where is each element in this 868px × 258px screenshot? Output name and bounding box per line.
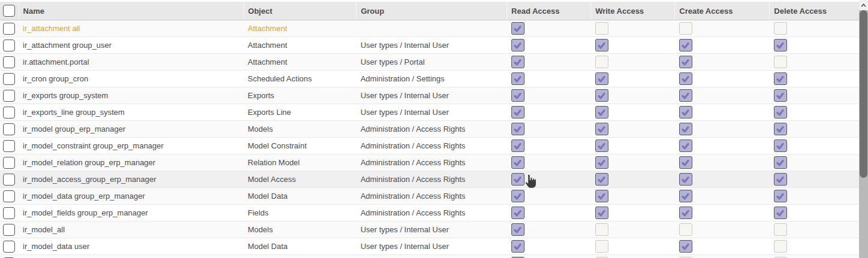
cell-group[interactable] bbox=[356, 20, 507, 37]
cell-group[interactable]: Administration / Access Rights bbox=[356, 154, 507, 171]
cell-name[interactable]: ir_model_relation group_erp_manager bbox=[19, 154, 243, 171]
cell-object[interactable]: Attachment bbox=[243, 54, 356, 71]
row-select-checkbox[interactable] bbox=[3, 73, 15, 85]
delete-access-checkbox-checked[interactable] bbox=[774, 139, 787, 152]
read-access-checkbox-checked[interactable] bbox=[511, 72, 525, 85]
read-access-checkbox-checked[interactable] bbox=[511, 156, 525, 169]
cell-group[interactable]: Administration / Settings bbox=[356, 71, 507, 87]
cell-object[interactable]: Scheduled Actions bbox=[243, 71, 356, 87]
cell-object[interactable]: Relation Model bbox=[243, 154, 356, 171]
read-access-checkbox-checked[interactable] bbox=[511, 207, 525, 219]
cell-group[interactable]: User types / Portal bbox=[356, 54, 507, 71]
cell-name[interactable]: ir_model_fields group_erp_manager bbox=[19, 205, 243, 221]
cell-object[interactable]: Fields bbox=[243, 255, 356, 258]
row-select-checkbox[interactable] bbox=[3, 224, 15, 236]
read-access-checkbox-checked[interactable] bbox=[511, 240, 525, 253]
delete-access-checkbox-checked[interactable] bbox=[774, 89, 787, 102]
cell-group[interactable]: User types / Internal User bbox=[356, 238, 507, 255]
cell-group[interactable]: User types / Internal User bbox=[356, 221, 507, 238]
read-access-checkbox-checked[interactable] bbox=[511, 123, 525, 135]
read-access-checkbox-checked[interactable] bbox=[511, 223, 525, 236]
table-row[interactable]: ir.attachment.portalAttachmentUser types… bbox=[0, 54, 859, 71]
create-access-checkbox-checked[interactable] bbox=[679, 173, 692, 186]
cell-object[interactable]: Model Data bbox=[243, 238, 356, 255]
row-select-checkbox[interactable] bbox=[3, 40, 15, 51]
cell-group[interactable]: Administration / Access Rights bbox=[356, 188, 507, 205]
cell-object[interactable]: Exports Line bbox=[243, 104, 356, 121]
write-access-checkbox-checked[interactable] bbox=[595, 89, 608, 102]
scrollbar-thumb[interactable] bbox=[860, 10, 867, 178]
column-header-name[interactable]: Name bbox=[19, 2, 243, 20]
write-access-checkbox-checked[interactable] bbox=[595, 156, 608, 169]
create-access-checkbox-checked[interactable] bbox=[679, 156, 692, 169]
cell-object[interactable]: Model Data bbox=[243, 188, 356, 205]
cell-group[interactable]: User types / Internal User bbox=[356, 37, 507, 54]
cell-name[interactable]: ir.attachment.portal bbox=[19, 54, 243, 71]
create-access-checkbox-checked[interactable] bbox=[679, 106, 692, 119]
cell-name[interactable]: ir_exports group_system bbox=[19, 87, 243, 104]
read-access-checkbox-checked[interactable] bbox=[511, 106, 525, 119]
create-access-checkbox-checked[interactable] bbox=[679, 207, 692, 219]
cell-group[interactable]: User types / Internal User bbox=[356, 87, 507, 104]
table-row[interactable]: ir_model_relation group_erp_managerRelat… bbox=[0, 154, 859, 171]
column-header-write-access[interactable]: Write Access bbox=[591, 2, 675, 20]
column-header-group[interactable]: Group bbox=[356, 2, 507, 20]
cell-name[interactable]: ir_cron group_cron bbox=[19, 71, 243, 87]
column-header-read-access[interactable]: Read Access bbox=[507, 2, 591, 20]
cell-name[interactable]: ir_attachment group_user bbox=[19, 37, 243, 54]
create-access-checkbox-checked[interactable] bbox=[679, 240, 692, 253]
read-access-checkbox-checked[interactable] bbox=[511, 22, 525, 35]
delete-access-checkbox-checked[interactable] bbox=[774, 39, 787, 51]
read-access-checkbox-checked[interactable] bbox=[511, 39, 525, 51]
cell-object[interactable]: Models bbox=[243, 121, 356, 138]
table-row[interactable]: ir_model_data userModel DataUser types /… bbox=[0, 238, 859, 255]
create-access-checkbox-checked[interactable] bbox=[679, 56, 692, 68]
create-access-checkbox-checked[interactable] bbox=[679, 139, 692, 152]
cell-name[interactable]: ir_model_access_group_erp_manager bbox=[19, 171, 243, 188]
create-access-checkbox-checked[interactable] bbox=[679, 39, 692, 51]
vertical-scrollbar[interactable] bbox=[859, 0, 868, 258]
read-access-checkbox-checked[interactable] bbox=[511, 56, 525, 68]
delete-access-checkbox-checked[interactable] bbox=[774, 207, 787, 219]
table-row[interactable]: ir_exports group_systemExportsUser types… bbox=[0, 87, 859, 104]
read-access-checkbox-checked[interactable] bbox=[511, 139, 525, 152]
read-access-checkbox-checked[interactable] bbox=[511, 173, 525, 186]
write-access-checkbox-checked[interactable] bbox=[595, 190, 608, 202]
delete-access-checkbox-checked[interactable] bbox=[774, 190, 787, 202]
read-access-checkbox-checked[interactable] bbox=[511, 89, 525, 102]
cell-group[interactable]: Administration / Access Rights bbox=[356, 138, 507, 154]
row-select-checkbox[interactable] bbox=[3, 123, 15, 135]
row-select-checkbox[interactable] bbox=[3, 241, 15, 253]
create-access-checkbox-checked[interactable] bbox=[679, 123, 692, 135]
scroll-up-button[interactable] bbox=[859, 0, 868, 10]
table-row[interactable]: ir_model_fields group_erp_managerFieldsA… bbox=[0, 205, 859, 221]
write-access-checkbox-checked[interactable] bbox=[595, 39, 608, 51]
table-row[interactable]: ir_model group_erp_managerModelsAdminist… bbox=[0, 121, 859, 138]
cell-name[interactable]: ir_model_constraint group_erp_manager bbox=[19, 138, 243, 154]
row-select-checkbox[interactable] bbox=[3, 157, 15, 169]
cell-name[interactable]: ir_model group_erp_manager bbox=[19, 121, 243, 138]
table-row[interactable]: ir_model_allModelsUser types / Internal … bbox=[0, 221, 859, 238]
cell-name[interactable]: ir_exports_line group_system bbox=[19, 104, 243, 121]
row-select-checkbox[interactable] bbox=[3, 23, 15, 35]
cell-name[interactable]: ir_model_data group_erp_manager bbox=[19, 188, 243, 205]
select-all-checkbox[interactable] bbox=[3, 5, 15, 17]
table-row[interactable]: ir_attachment allAttachment bbox=[0, 20, 859, 37]
delete-access-checkbox-checked[interactable] bbox=[774, 173, 787, 186]
row-select-checkbox[interactable] bbox=[3, 56, 15, 68]
cell-group[interactable]: Administration / Access Rights bbox=[356, 121, 507, 138]
row-select-checkbox[interactable] bbox=[3, 207, 15, 219]
create-access-checkbox-checked[interactable] bbox=[679, 190, 692, 202]
delete-access-checkbox-checked[interactable] bbox=[774, 156, 787, 169]
column-header-delete-access[interactable]: Delete Access bbox=[770, 2, 859, 20]
column-header-create-access[interactable]: Create Access bbox=[675, 2, 770, 20]
write-access-checkbox-checked[interactable] bbox=[595, 139, 608, 152]
write-access-checkbox-checked[interactable] bbox=[595, 72, 608, 85]
cell-name[interactable]: ir_model_data user bbox=[19, 238, 243, 255]
row-select-checkbox[interactable] bbox=[3, 190, 15, 202]
cell-name[interactable]: ir_model_all bbox=[19, 221, 243, 238]
row-select-checkbox[interactable] bbox=[3, 140, 15, 152]
delete-access-checkbox-checked[interactable] bbox=[774, 123, 787, 135]
cell-group[interactable]: Administration / Access Rights bbox=[356, 171, 507, 188]
table-row[interactable]: ir_model_data group_erp_managerModel Dat… bbox=[0, 188, 859, 205]
